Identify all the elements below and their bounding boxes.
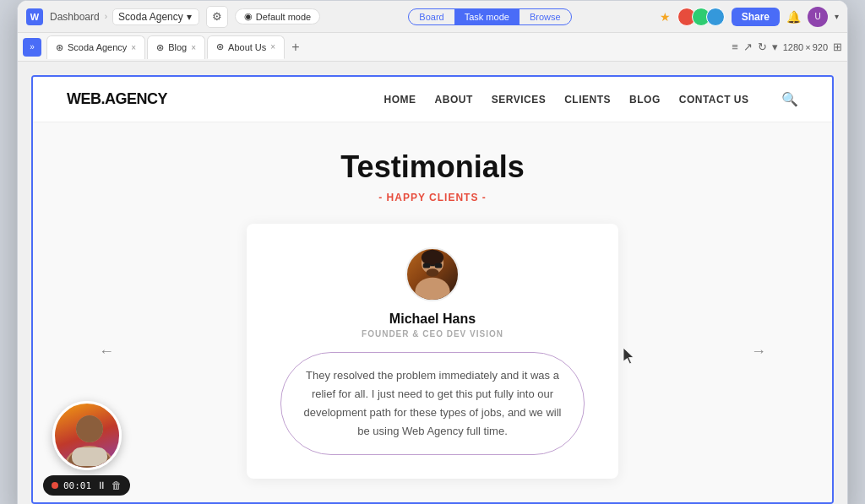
star-icon: ★	[660, 10, 671, 24]
testimonials-title: Testimonials	[67, 149, 798, 185]
browser-window: W Dashboard › Scoda Agency ▾ ⚙ ◉ Default…	[17, 0, 848, 504]
width-value: 1280	[783, 42, 803, 52]
svg-rect-3	[423, 263, 430, 268]
tab-about-us[interactable]: ⊛ About Us ×	[207, 35, 285, 59]
breadcrumb-page: Scoda Agency	[118, 11, 183, 23]
share-button[interactable]: Share	[732, 8, 780, 26]
tab-close-icon[interactable]: ×	[191, 43, 196, 52]
site-logo: WEB.AGENCY	[67, 90, 384, 108]
svg-point-6	[427, 268, 439, 276]
breadcrumb-dropdown[interactable]: Scoda Agency ▾	[112, 8, 199, 25]
title-bar: W Dashboard › Scoda Agency ▾ ⚙ ◉ Default…	[18, 1, 847, 33]
mode-label: Default mode	[256, 12, 311, 22]
filter-icon[interactable]: ≡	[732, 41, 738, 53]
avatar	[706, 8, 725, 26]
nav-clients[interactable]: CLIENTS	[564, 94, 611, 106]
tab-bar: » ⊛ Scoda Agency × ⊛ Blog × ⊛ About Us ×…	[18, 33, 847, 62]
user-avatar[interactable]: U	[808, 7, 828, 27]
page-content: WEB.AGENCY HOME ABOUT SERVICES CLIENTS B…	[18, 62, 847, 504]
task-mode-button[interactable]: Task mode	[454, 9, 520, 24]
svg-point-1	[415, 278, 449, 300]
dropdown-icon[interactable]: ▾	[772, 41, 778, 53]
recording-timer: 00:01	[63, 480, 91, 491]
sidebar-collapse-button[interactable]: »	[23, 38, 41, 57]
zoom-display: 1280 × 920	[783, 42, 828, 52]
tab-bar-controls: ≡ ↗ ↻ ▾ 1280 × 920 ⊞	[732, 41, 842, 53]
share-view-icon[interactable]: ↗	[743, 41, 753, 53]
tab-icon: ⊛	[156, 42, 164, 53]
tab-blog[interactable]: ⊛ Blog ×	[147, 35, 205, 59]
website-frame: WEB.AGENCY HOME ABOUT SERVICES CLIENTS B…	[31, 75, 834, 504]
tab-close-icon[interactable]: ×	[131, 43, 136, 52]
testimonials-section: Testimonials - HAPPY CLIENTS - ←	[33, 122, 832, 502]
recording-controls[interactable]: 00:01 ⏸ 🗑	[43, 475, 130, 496]
delete-button[interactable]: 🗑	[112, 480, 122, 491]
recording-overlay: 00:01 ⏸ 🗑	[43, 401, 130, 496]
title-bar-right: ★ Share 🔔 U ▾	[660, 7, 839, 27]
board-view-button[interactable]: Board	[409, 9, 454, 24]
reviewer-title: FOUNDER & CEO DEV VISION	[280, 329, 585, 339]
view-switcher: Board Task mode Browse	[327, 8, 652, 25]
carousel-prev-button[interactable]: ←	[92, 336, 121, 367]
tab-label: Blog	[168, 42, 187, 52]
pause-button[interactable]: ⏸	[96, 480, 106, 491]
nav-services[interactable]: SERVICES	[492, 94, 546, 106]
svg-rect-12	[72, 447, 107, 466]
tab-scoda-agency[interactable]: ⊛ Scoda Agency ×	[46, 35, 145, 59]
mode-pill[interactable]: ◉ Default mode	[235, 8, 320, 24]
breadcrumb-sep: ›	[105, 12, 107, 21]
review-quote: They resolved the problem immediately an…	[280, 352, 585, 455]
carousel-next-button[interactable]: →	[744, 336, 773, 367]
tab-icon: ⊛	[56, 42, 63, 53]
gear-icon: ⚙	[212, 10, 222, 23]
tab-label: Scoda Agency	[68, 42, 127, 52]
user-dropdown-icon[interactable]: ▾	[835, 12, 839, 21]
site-nav-links: HOME ABOUT SERVICES CLIENTS BLOG CONTACT…	[384, 91, 798, 107]
grid-icon[interactable]: ⊞	[833, 41, 842, 53]
browse-button[interactable]: Browse	[520, 9, 571, 24]
recording-dot	[52, 482, 58, 489]
breadcrumb: Dashboard › Scoda Agency ▾	[50, 8, 199, 25]
nav-home[interactable]: HOME	[384, 94, 416, 106]
svg-point-10	[76, 415, 103, 442]
cursor-icon	[622, 346, 639, 371]
reviewer-name: Michael Hans	[280, 312, 585, 327]
testimonial-card: Michael Hans FOUNDER & CEO DEV VISION Th…	[247, 224, 618, 479]
tab-add-button[interactable]: +	[286, 40, 304, 55]
reviewer-avatar	[405, 247, 460, 301]
recording-user-avatar	[52, 401, 122, 470]
tab-label: About Us	[228, 42, 266, 52]
bell-icon[interactable]: 🔔	[786, 10, 801, 24]
mode-icon: ◉	[244, 11, 253, 22]
tab-close-icon[interactable]: ×	[270, 42, 275, 51]
nav-about[interactable]: ABOUT	[435, 94, 473, 106]
settings-button[interactable]: ⚙	[206, 6, 228, 28]
site-nav: WEB.AGENCY HOME ABOUT SERVICES CLIENTS B…	[33, 77, 832, 122]
chevron-down-icon: ▾	[187, 11, 192, 23]
nav-blog[interactable]: BLOG	[629, 94, 661, 106]
nav-contact-us[interactable]: CONTACT US	[679, 94, 749, 106]
view-pill: Board Task mode Browse	[408, 8, 571, 25]
times-icon: ×	[805, 42, 810, 52]
testimonials-subtitle: - HAPPY CLIENTS -	[67, 192, 798, 203]
collaborator-avatars	[677, 8, 725, 26]
breadcrumb-home[interactable]: Dashboard	[50, 11, 100, 23]
svg-rect-4	[435, 263, 442, 268]
browser-logo: W	[26, 8, 43, 25]
refresh-icon[interactable]: ↻	[758, 41, 767, 53]
height-value: 920	[813, 42, 828, 52]
testimonial-carousel: ←	[67, 224, 798, 479]
search-icon[interactable]: 🔍	[781, 91, 799, 107]
tab-icon: ⊛	[216, 41, 224, 52]
